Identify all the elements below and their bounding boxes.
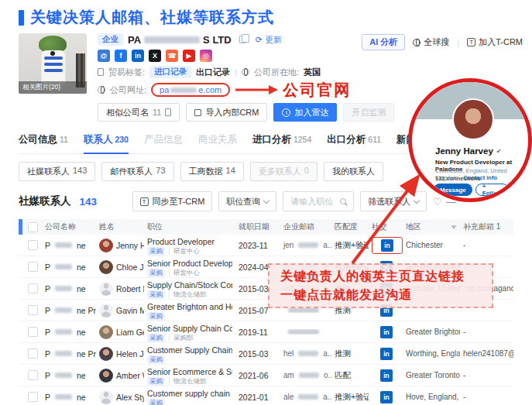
row-checkbox[interactable] bbox=[28, 305, 38, 315]
related-images-caption[interactable]: 相关图片(20) bbox=[19, 81, 87, 94]
contact-name-cell[interactable]: Liam Gent bbox=[96, 325, 144, 339]
tab-商业关系[interactable]: 商业关系 bbox=[198, 133, 237, 153]
company-cell: Pne bbox=[42, 241, 96, 250]
facebook-icon[interactable]: f bbox=[115, 50, 127, 62]
linkedin-icon[interactable]: in bbox=[380, 391, 393, 403]
linkedin-icon[interactable]: in bbox=[132, 50, 144, 62]
join-tcrm-button[interactable]: 加入T-CRM bbox=[467, 36, 523, 48]
row-checkbox[interactable] bbox=[28, 262, 38, 272]
chevron-down-icon bbox=[263, 197, 269, 203]
linkedin-icon[interactable]: in bbox=[380, 369, 393, 382]
linkedin-connections[interactable]: 132 connections bbox=[435, 175, 481, 182]
job-query-select[interactable]: 职位查询 bbox=[218, 191, 276, 211]
avatar bbox=[99, 369, 113, 383]
contact-name-cell[interactable]: Alex Styles bbox=[96, 390, 144, 404]
refresh-icon: ⟳ bbox=[256, 35, 263, 45]
annotation-line-2: 一键点击就能发起沟通 bbox=[280, 287, 492, 304]
row-checkbox[interactable] bbox=[28, 370, 38, 380]
verified-icon: ✔ bbox=[496, 148, 502, 155]
contact-name-cell[interactable]: Amber Whitty bbox=[96, 369, 144, 383]
similar-companies-button[interactable]: 相似公司名11 bbox=[98, 103, 180, 122]
add-radar-button[interactable]: 加入雷达 bbox=[273, 103, 337, 122]
tab-出口分析[interactable]: 出口分析611 bbox=[327, 133, 381, 153]
monitor-button[interactable]: 开启监测 bbox=[343, 103, 394, 122]
import-crm-button[interactable]: 导入内部CRM bbox=[186, 103, 267, 122]
region-cell: Hove, England, Uni... bbox=[403, 393, 460, 401]
subtab-邮件联系人[interactable]: 邮件联系人73 bbox=[101, 162, 173, 181]
contact-name-cell[interactable]: Gavin Meeks bbox=[96, 304, 144, 317]
copy-icon[interactable] bbox=[239, 36, 246, 43]
subtab-工商数据[interactable]: 工商数据14 bbox=[180, 162, 244, 181]
table-row: PneJenny HarveyProduct Developer采购研发中心20… bbox=[19, 235, 513, 256]
youtube-icon[interactable]: ▶ bbox=[183, 50, 195, 62]
linkedin-more-button[interactable]: More bbox=[512, 184, 532, 196]
avatar bbox=[99, 347, 113, 361]
linkedin-profile-name[interactable]: Jenny Harvey ✔ bbox=[435, 146, 502, 156]
contact-name-cell[interactable]: Robert Monta... bbox=[96, 282, 144, 296]
contact-name-cell[interactable]: Chloe Jones bbox=[96, 260, 144, 274]
company-photo[interactable]: 相关图片(20) bbox=[19, 33, 87, 94]
company-email-cell[interactable]: jena... bbox=[280, 241, 331, 249]
linkedin-avatar[interactable] bbox=[452, 98, 494, 140]
contact-name-cell[interactable]: Helen Johnstone bbox=[96, 347, 144, 361]
social-icons-row: @finX☎▶◎ bbox=[98, 50, 513, 62]
extra-email-cell: - bbox=[460, 241, 513, 249]
tab-联系人[interactable]: 联系人230 bbox=[84, 133, 129, 154]
subtab-更多联系人[interactable]: 更多联系人0 bbox=[250, 162, 317, 181]
table-row: PneAlex StylesCustomer supply chain coor… bbox=[19, 386, 513, 405]
phone-icon[interactable]: ☎ bbox=[166, 50, 178, 62]
tab-公司信息[interactable]: 公司信息11 bbox=[19, 133, 68, 153]
section-count: 143 bbox=[80, 196, 98, 208]
position-cell: Senior Supply Chain Coordinator采购采购部 bbox=[144, 322, 235, 342]
linkedin-icon[interactable]: in bbox=[380, 348, 393, 360]
tab-进口分析[interactable]: 进口分析1254 bbox=[252, 133, 311, 153]
company-name-redacted bbox=[144, 36, 200, 43]
x-twitter-icon[interactable]: X bbox=[149, 50, 161, 62]
column-header-职位: 职位 bbox=[144, 221, 235, 232]
location-label: 公司所在地: bbox=[254, 67, 299, 78]
company-website-link[interactable]: pa e.com bbox=[151, 83, 230, 97]
company-email-cell[interactable] bbox=[280, 307, 331, 313]
row-checkbox[interactable] bbox=[28, 283, 38, 293]
linkedin-icon[interactable]: in bbox=[381, 239, 393, 252]
tcrm-icon bbox=[140, 197, 149, 206]
company-email-cell[interactable]: alea... bbox=[280, 393, 331, 401]
region-cell: Greater Toronto Area bbox=[403, 371, 460, 379]
company-email-cell[interactable]: amo... bbox=[280, 371, 331, 379]
linkedin-follow-button[interactable]: + Follow bbox=[475, 184, 509, 196]
column-header-企业邮箱: 企业邮箱 bbox=[280, 221, 331, 232]
contact-name-cell[interactable]: Jenny Harvey bbox=[96, 239, 144, 252]
job-search-input[interactable]: 请输入职位 bbox=[283, 191, 354, 211]
row-checkbox[interactable] bbox=[28, 240, 38, 250]
website-redacted bbox=[170, 88, 197, 93]
hire-date-cell: 2015-03 bbox=[235, 349, 280, 359]
global-search-button[interactable]: 全球搜 bbox=[413, 36, 449, 48]
subtab-社媒联系人[interactable]: 社媒联系人143 bbox=[19, 162, 95, 181]
instagram-icon[interactable]: ◎ bbox=[200, 50, 212, 62]
tcrm-icon bbox=[467, 38, 475, 46]
filter-contacts-select[interactable]: 筛选联系人 bbox=[360, 191, 427, 211]
website-icon[interactable]: @ bbox=[98, 50, 110, 62]
row-checkbox[interactable] bbox=[28, 392, 38, 402]
match-level-cell: 匹配 bbox=[331, 370, 369, 381]
row-checkbox[interactable] bbox=[28, 348, 38, 359]
export-record-tag[interactable]: 出口记录 bbox=[196, 67, 230, 78]
trade-tag-icon bbox=[98, 68, 104, 76]
refresh-button[interactable]: ⟳更新 bbox=[256, 34, 282, 46]
tab-产品信息[interactable]: 产品信息 bbox=[144, 133, 183, 153]
social-cell: in bbox=[369, 368, 403, 383]
top-actions: AI 分析 全球搜 | 加入T-CRM bbox=[362, 34, 523, 50]
sync-tcrm-button[interactable]: 同步至T-CRM bbox=[132, 191, 213, 211]
filter-icon[interactable] bbox=[451, 225, 457, 232]
subtab-我的联系人[interactable]: 我的联系人 bbox=[324, 162, 383, 181]
select-all-checkbox[interactable] bbox=[28, 222, 38, 232]
ai-analysis-button[interactable]: AI 分析 bbox=[362, 34, 405, 50]
import-record-tag[interactable]: 进口记录 bbox=[149, 66, 191, 78]
company-email-cell[interactable]: hela... bbox=[280, 349, 331, 358]
avatar-placeholder-icon bbox=[99, 304, 113, 317]
row-checkbox[interactable] bbox=[28, 327, 38, 337]
linkedin-message-button[interactable]: Message bbox=[434, 184, 472, 196]
company-email-cell[interactable] bbox=[280, 329, 331, 335]
linkedin-icon[interactable]: in bbox=[380, 326, 393, 338]
avatar bbox=[99, 260, 113, 274]
